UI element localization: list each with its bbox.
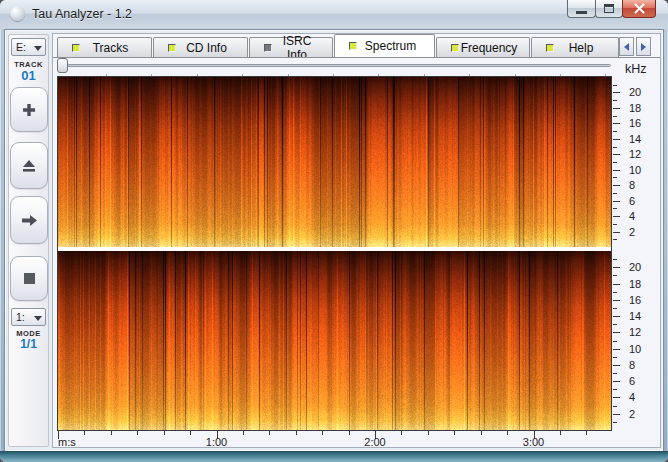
frequency-axis: 24681012141618202468101214161820 (613, 76, 661, 432)
chevron-down-icon (34, 46, 42, 51)
time-tick (401, 431, 402, 435)
freq-tick (613, 275, 617, 276)
stop-icon (24, 273, 35, 284)
freq-tick-label: 16 (629, 294, 641, 306)
freq-tick-label: 14 (629, 310, 641, 322)
freq-tick (613, 92, 620, 93)
tab-tracks[interactable]: Tracks (57, 37, 152, 57)
tab-frequency[interactable]: Frequency (436, 37, 530, 57)
maximize-icon (604, 4, 614, 13)
arrow-right-icon (641, 43, 646, 51)
mode-select[interactable]: 1: (11, 308, 46, 326)
freq-tick (613, 284, 620, 285)
time-tick (428, 431, 429, 435)
freq-tick (613, 300, 620, 301)
position-slider-thumb[interactable] (57, 58, 68, 73)
app-icon (10, 6, 25, 21)
freq-tick-label: 4 (629, 210, 635, 222)
tab-label: Help (554, 41, 618, 55)
tab-spectrum[interactable]: Spectrum (334, 34, 435, 57)
freq-tick (613, 170, 620, 171)
freq-tick (613, 208, 617, 209)
freq-tick (613, 292, 617, 293)
time-tick-label: 1:00 (206, 436, 227, 448)
freq-tick-label: 20 (629, 86, 641, 98)
chevron-down-icon (34, 316, 42, 321)
main-panel: TracksCD InfoISRC InfoSpectrumFrequencyH… (52, 33, 661, 448)
time-tick (190, 431, 191, 435)
freq-tick (613, 324, 617, 325)
time-tick (586, 431, 587, 435)
position-slider-track[interactable] (58, 64, 611, 67)
freq-tick (613, 259, 617, 260)
close-icon (634, 3, 645, 14)
freq-tick (613, 116, 617, 117)
freq-tick (613, 139, 620, 140)
time-tick (322, 431, 323, 435)
time-tick (481, 431, 482, 435)
spectrogram-channel-left (58, 77, 611, 247)
time-tick (164, 431, 165, 435)
tab-scroll-right-button[interactable] (636, 37, 651, 56)
freq-tick (613, 414, 620, 415)
plus-icon (22, 103, 36, 117)
eject-icon (22, 160, 36, 172)
freq-tick-label: 6 (629, 375, 635, 387)
freq-tick (613, 216, 620, 217)
time-tick (349, 431, 350, 435)
time-tick-label: 3:00 (523, 436, 544, 448)
time-tick (560, 431, 561, 435)
title-bar[interactable]: Tau Analyzer - 1.2 (0, 0, 668, 29)
tab-indicator-icon (546, 44, 554, 52)
freq-tick (613, 373, 617, 374)
tab-indicator-icon (451, 44, 459, 52)
stop-button[interactable] (10, 256, 48, 301)
add-button[interactable] (10, 87, 48, 132)
transport-sidebar: E: TRACK 01 (8, 34, 49, 447)
track-number: 01 (9, 68, 48, 83)
tab-isrc-info[interactable]: ISRC Info (249, 37, 333, 57)
freq-tick (613, 365, 620, 366)
freq-tick (613, 308, 617, 309)
tab-indicator-icon (168, 44, 176, 52)
freq-tick (613, 162, 617, 163)
freq-tick (613, 224, 617, 225)
time-axis: m:s1:002:003:00 (57, 431, 617, 449)
freq-tick (613, 316, 620, 317)
freq-tick-label: 12 (629, 148, 641, 160)
freq-tick-label: 2 (629, 226, 635, 238)
tab-cd-info[interactable]: CD Info (153, 37, 248, 57)
freq-tick-label: 10 (629, 343, 641, 355)
time-tick (137, 431, 138, 435)
tab-bar: TracksCD InfoISRC InfoSpectrumFrequencyH… (53, 34, 660, 57)
freq-tick (613, 100, 617, 101)
eject-button[interactable] (10, 142, 48, 189)
time-tick (111, 431, 112, 435)
freq-tick-label: 14 (629, 133, 641, 145)
freq-tick-label: 2 (629, 408, 635, 420)
drive-select[interactable]: E: (11, 38, 46, 56)
freq-tick (613, 389, 617, 390)
freq-tick-label: 18 (629, 102, 641, 114)
mode-value: 1/1 (9, 337, 48, 351)
client-area: E: TRACK 01 (4, 29, 664, 452)
tab-indicator-icon (264, 44, 272, 52)
freq-tick-label: 8 (629, 359, 635, 371)
tab-label: Spectrum (357, 39, 434, 53)
play-button[interactable] (10, 196, 48, 244)
minimize-button[interactable] (567, 0, 596, 18)
close-button[interactable] (622, 0, 656, 18)
maximize-button[interactable] (595, 0, 623, 18)
time-tick (84, 431, 85, 435)
tab-scroll-left-button[interactable] (619, 37, 634, 56)
freq-tick (613, 185, 620, 186)
tab-help[interactable]: Help (531, 37, 619, 57)
time-tick (454, 431, 455, 435)
freq-tick (613, 381, 620, 382)
freq-tick (613, 177, 617, 178)
freq-tick-label: 12 (629, 326, 641, 338)
freq-tick (613, 341, 617, 342)
time-tick-label: 2:00 (364, 436, 385, 448)
freq-tick-label: 6 (629, 195, 635, 207)
freq-tick-label: 4 (629, 391, 635, 403)
